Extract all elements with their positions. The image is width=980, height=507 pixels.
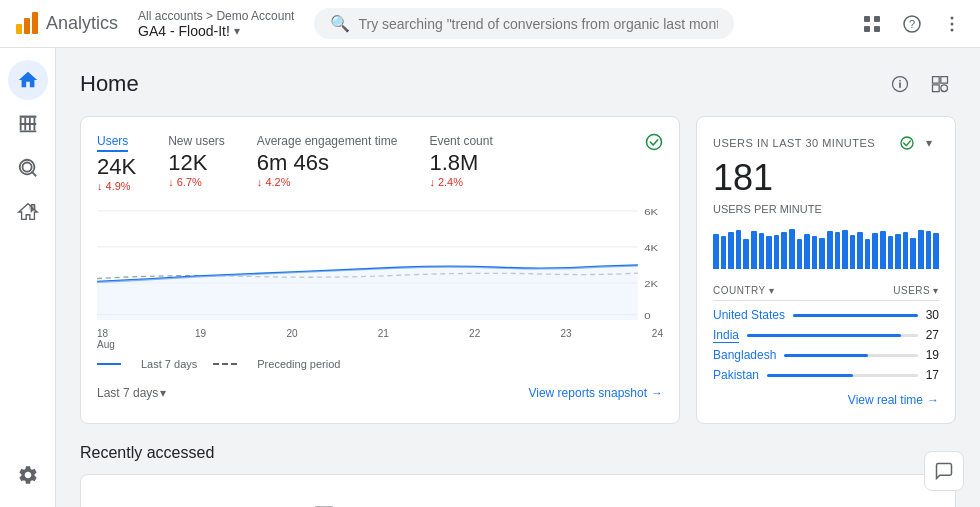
country-name-us[interactable]: United States: [713, 308, 785, 322]
time-selector-label: Last 7 days: [97, 386, 158, 400]
chart-legend: Last 7 days Preceding period: [97, 358, 663, 370]
recently-accessed-title: Recently accessed: [80, 444, 956, 462]
svg-rect-0: [16, 24, 22, 34]
search-bar[interactable]: 🔍: [314, 8, 734, 39]
country-table: COUNTRY ▾ USERS ▾ United States 30 India…: [713, 281, 939, 385]
metric-engagement-label: Average engagement time: [257, 134, 398, 148]
sidebar-item-advertising[interactable]: [8, 192, 48, 232]
more-options-icon[interactable]: [936, 8, 968, 40]
page-header: Home: [80, 68, 956, 100]
customize-icon[interactable]: [924, 68, 956, 100]
country-count-pk: 17: [926, 368, 939, 382]
chat-button[interactable]: [924, 451, 964, 491]
sidebar-item-settings[interactable]: [8, 455, 48, 495]
bar-chart-bar: [827, 231, 833, 269]
bar-chart-bar: [872, 233, 878, 269]
line-chart: 6K 4K 2K 0: [97, 200, 663, 320]
recently-accessed-section: Recently accessed Reports and pages that…: [80, 444, 956, 507]
bar-chart-bar: [812, 236, 818, 269]
svg-text:0: 0: [644, 310, 650, 320]
svg-rect-3: [864, 16, 870, 22]
country-name-pk[interactable]: Pakistan: [713, 368, 759, 382]
svg-point-32: [901, 137, 913, 149]
page-title: Home: [80, 71, 139, 97]
svg-rect-15: [28, 118, 30, 131]
bar-chart-bar: [789, 229, 795, 269]
country-name-in[interactable]: India: [713, 328, 739, 342]
arrow-right-icon: →: [927, 393, 939, 407]
empty-reports-icon: [310, 503, 346, 507]
svg-text:6K: 6K: [644, 206, 658, 217]
country-row-bd: Bangladesh 19: [713, 345, 939, 365]
bar-chart-bar: [766, 236, 772, 269]
country-bar-pk: [767, 374, 918, 377]
bar-chart-bar: [781, 232, 787, 269]
sidebar: [0, 0, 56, 507]
view-reports-link[interactable]: View reports snapshot →: [528, 386, 663, 400]
svg-text:2K: 2K: [644, 278, 658, 289]
bar-chart-bar: [850, 235, 856, 269]
insights-icon[interactable]: [884, 68, 916, 100]
chevron-down-icon: ▾: [234, 24, 240, 38]
country-name-bd[interactable]: Bangladesh: [713, 348, 776, 362]
users-col-header[interactable]: USERS ▾: [893, 285, 939, 296]
legend-current-line: [97, 363, 121, 365]
sidebar-item-reports[interactable]: [8, 104, 48, 144]
logo: Analytics: [12, 10, 118, 38]
sidebar-item-explore[interactable]: [8, 148, 48, 188]
metric-newusers: New users 12K ↓ 6.7%: [168, 133, 225, 192]
svg-rect-14: [24, 118, 26, 131]
time-selector[interactable]: Last 7 days ▾: [97, 386, 166, 400]
users-per-minute-chart: [713, 225, 939, 269]
svg-point-11: [951, 28, 954, 31]
metric-events-label: Event count: [429, 134, 492, 148]
country-bar-us: [793, 314, 918, 317]
metric-engagement-value: 6m 46s: [257, 150, 398, 176]
svg-point-9: [951, 16, 954, 19]
metric-users: Users 24K ↓ 4.9%: [97, 133, 136, 192]
svg-rect-6: [874, 26, 880, 32]
legend-prev-label: Preceding period: [257, 358, 340, 370]
bar-chart-bar: [926, 231, 932, 269]
search-input[interactable]: [358, 16, 718, 32]
country-row-us: United States 30: [713, 305, 939, 325]
topbar-actions: ?: [856, 8, 968, 40]
metric-users-value: 24K: [97, 154, 136, 180]
svg-point-10: [951, 22, 954, 25]
property-name[interactable]: GA4 - Flood-It! ▾: [138, 23, 294, 39]
chart-x-labels: 18Aug 19 20 21 22 23 24: [97, 328, 663, 350]
help-icon[interactable]: ?: [896, 8, 928, 40]
bar-chart-bar: [835, 232, 841, 269]
bar-chart-bar: [819, 238, 825, 269]
svg-rect-16: [33, 118, 35, 131]
app-title: Analytics: [46, 13, 118, 34]
country-count-us: 30: [926, 308, 939, 322]
realtime-header: USERS IN LAST 30 MINUTES ▾: [713, 133, 939, 153]
svg-text:4K: 4K: [644, 242, 658, 253]
metric-events-change: ↓ 2.4%: [429, 176, 492, 188]
metric-engagement: Average engagement time 6m 46s ↓ 4.2%: [257, 133, 398, 192]
main-content: Home Users 24K ↓ 4.9% New: [56, 48, 980, 507]
bar-chart-bar: [842, 230, 848, 269]
property-selector[interactable]: All accounts > Demo Account GA4 - Flood-…: [138, 9, 294, 39]
bar-chart-bar: [880, 231, 886, 269]
topbar: Analytics All accounts > Demo Account GA…: [0, 0, 980, 48]
country-count-bd: 19: [926, 348, 939, 362]
realtime-controls: ▾: [899, 133, 939, 153]
metric-engagement-change: ↓ 4.2%: [257, 176, 398, 188]
bar-chart-bar: [933, 233, 939, 269]
bar-chart-bar: [721, 236, 727, 269]
view-realtime-link[interactable]: View real time →: [713, 393, 939, 407]
sidebar-item-home[interactable]: [8, 60, 48, 100]
metric-newusers-change: ↓ 6.7%: [168, 176, 225, 188]
bar-chart-bar: [918, 230, 924, 269]
metric-users-change: ↓ 4.9%: [97, 180, 136, 192]
country-col-header[interactable]: COUNTRY ▾: [713, 285, 774, 296]
bar-chart-bar: [751, 231, 757, 269]
bar-chart-bar: [857, 232, 863, 269]
apps-icon[interactable]: [856, 8, 888, 40]
bar-chart-bar: [910, 238, 916, 269]
country-bar-bd: [784, 354, 917, 357]
realtime-check-icon: [899, 135, 915, 151]
realtime-menu-icon[interactable]: ▾: [919, 133, 939, 153]
